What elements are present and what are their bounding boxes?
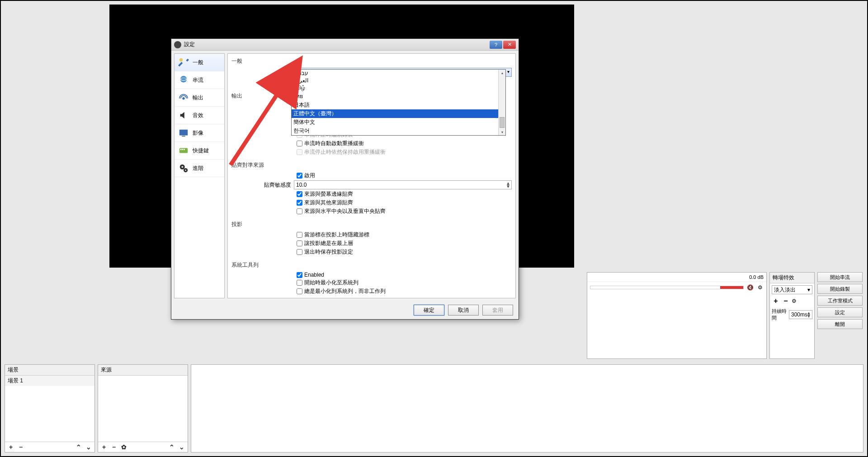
dialog-title: 設定: [184, 41, 489, 48]
chevron-down-icon: ▾: [807, 287, 810, 293]
apply-button[interactable]: 套用: [482, 305, 513, 316]
check-tray-min-start[interactable]: 開始時最小化至系統列: [297, 279, 512, 287]
sidebar-label-video: 影像: [193, 129, 203, 137]
svg-rect-7: [180, 149, 182, 150]
remove-transition-button[interactable]: −: [782, 297, 790, 305]
dropdown-item[interactable]: ไทย: [292, 91, 505, 101]
transition-gear-icon[interactable]: ⚙: [792, 298, 799, 304]
source-up-button[interactable]: ⌃: [168, 443, 176, 451]
remove-scene-button[interactable]: −: [17, 443, 25, 451]
start-record-button[interactable]: 開始錄製: [817, 284, 863, 294]
sidebar-item-general[interactable]: 一般: [175, 54, 224, 71]
scene-up-button[interactable]: ⌃: [75, 443, 83, 451]
add-transition-button[interactable]: +: [772, 297, 780, 305]
check-snap-enable[interactable]: 啟用: [297, 172, 512, 179]
duration-value: 300ms: [791, 311, 807, 318]
sidebar-item-advanced[interactable]: 進階: [175, 160, 224, 177]
theme-label: 主題: [231, 79, 294, 86]
sidebar-item-stream[interactable]: 串流: [175, 71, 224, 89]
check-tray-min-always[interactable]: 總是最小化到系統列，而非工作列: [297, 287, 512, 295]
scroll-down-icon[interactable]: ▾: [499, 129, 505, 135]
sources-panel: 來源 + − ✿ ⌃ ⌄: [98, 364, 188, 452]
check-tray-enabled[interactable]: Enabled: [297, 272, 512, 278]
check-snap-edge[interactable]: 來源與螢幕邊緣貼齊: [297, 190, 512, 198]
add-scene-button[interactable]: +: [7, 443, 15, 451]
audio-gear-icon[interactable]: ⚙: [756, 284, 764, 291]
sources-list[interactable]: [98, 376, 188, 442]
dialog-buttons: 確定 取消 套用: [171, 301, 519, 319]
dropdown-item[interactable]: 簡体中文: [292, 118, 505, 127]
transition-select[interactable]: 淡入淡出 ▾: [772, 285, 812, 294]
mute-icon[interactable]: 🔇: [746, 284, 754, 291]
monitor-icon: [177, 128, 190, 138]
source-settings-button[interactable]: ✿: [120, 443, 128, 451]
sidebar-item-video[interactable]: 影像: [175, 124, 224, 142]
scenes-list[interactable]: 場景 1: [5, 376, 94, 442]
bottom-panels: 場景 場景 1 + − ⌃ ⌄ 來源 + − ✿ ⌃ ⌄: [5, 364, 863, 452]
sources-header: 來源: [98, 365, 188, 376]
snap-sensitivity-input[interactable]: 10.0 ▴▾: [294, 180, 512, 189]
check-snap-other[interactable]: 來源與其他來源貼齊: [297, 199, 512, 207]
studio-mode-button[interactable]: 工作室模式: [817, 296, 863, 306]
svg-point-1: [180, 76, 187, 83]
settings-sidebar: 一般 串流 輸出 音效 影像 快捷鍵: [174, 53, 225, 298]
svg-point-11: [181, 166, 183, 168]
duration-spinner[interactable]: ▴▾: [807, 311, 810, 318]
dropdown-item-selected[interactable]: 正體中文（臺灣）: [292, 109, 505, 118]
remove-source-button[interactable]: −: [110, 443, 118, 451]
dropdown-item[interactable]: 한국어: [292, 127, 505, 135]
settings-button[interactable]: 設定: [817, 307, 863, 317]
scene-item[interactable]: 場景 1: [5, 376, 94, 386]
add-source-button[interactable]: +: [100, 443, 108, 451]
start-stream-button[interactable]: 開始串流: [817, 272, 863, 282]
duration-label: 持續時間: [772, 308, 787, 321]
sidebar-item-output[interactable]: 輸出: [175, 89, 224, 107]
scenes-panel: 場景 場景 1 + − ⌃ ⌄: [5, 364, 95, 452]
sidebar-label-advanced: 進階: [193, 165, 203, 172]
language-dropdown[interactable]: עברית العربية தமிழ் ไทย 日本語 正體中文（臺灣） 簡体中…: [291, 69, 506, 136]
scroll-thumb[interactable]: [500, 117, 505, 128]
section-systray: 系統工具列: [231, 260, 512, 272]
sidebar-label-hotkeys: 快捷鍵: [193, 147, 209, 155]
cancel-button[interactable]: 取消: [448, 305, 479, 316]
exit-button[interactable]: 離開: [817, 319, 863, 329]
spinner-buttons[interactable]: ▴▾: [507, 182, 509, 188]
ok-button[interactable]: 確定: [414, 305, 444, 316]
scroll-up-icon[interactable]: ▴: [499, 70, 505, 76]
duration-input[interactable]: 300ms ▴▾: [789, 310, 812, 319]
dialog-titlebar[interactable]: 設定 ? ✕: [171, 39, 519, 51]
speaker-icon: [177, 110, 190, 120]
source-down-button[interactable]: ⌄: [178, 443, 186, 451]
globe-icon: [177, 75, 190, 85]
check-proj-always-top[interactable]: 讓投影總是在最上層: [297, 240, 512, 247]
sidebar-label-general: 一般: [193, 59, 203, 66]
close-button[interactable]: ✕: [503, 41, 516, 49]
help-button[interactable]: ?: [490, 41, 502, 49]
dropdown-item[interactable]: 日本語: [292, 101, 505, 109]
dropdown-item[interactable]: العربية: [292, 77, 505, 84]
check-proj-save-exit[interactable]: 退出時保存投影設定: [297, 248, 512, 256]
sidebar-label-stream: 串流: [193, 76, 203, 84]
sidebar-item-hotkeys[interactable]: 快捷鍵: [175, 142, 224, 160]
svg-rect-4: [179, 130, 188, 136]
mixer-panel: [191, 364, 863, 452]
check-auto-replay[interactable]: 串流時自動啟動重播緩衝: [297, 140, 512, 147]
scene-down-button[interactable]: ⌄: [85, 443, 93, 451]
obs-icon: [174, 41, 181, 48]
transition-selected-label: 淡入淡出: [774, 286, 796, 294]
check-keep-replay: 串流停止時依然保持啟用重播緩衝: [297, 148, 512, 156]
svg-rect-6: [179, 148, 188, 153]
check-proj-hide-cursor[interactable]: 當游標在投影上時隱藏游標: [297, 231, 512, 239]
snap-sensitivity-label: 貼齊敏感度: [231, 181, 294, 189]
audio-meter: [590, 286, 744, 289]
dropdown-scrollbar[interactable]: ▴ ▾: [498, 70, 505, 135]
dropdown-item[interactable]: தமிழ்: [292, 84, 505, 91]
control-buttons: 開始串流 開始錄製 工作室模式 設定 離開: [817, 272, 863, 359]
gears-icon: [177, 163, 190, 173]
sidebar-item-audio[interactable]: 音效: [175, 107, 224, 124]
wrench-icon: [177, 57, 190, 67]
sidebar-label-output: 輸出: [193, 94, 203, 102]
check-snap-center[interactable]: 來源與水平中央以及垂直中央貼齊: [297, 207, 512, 215]
mixer-right: 0.0 dB 🔇 ⚙: [587, 272, 767, 359]
dropdown-item[interactable]: עברית: [292, 70, 505, 77]
